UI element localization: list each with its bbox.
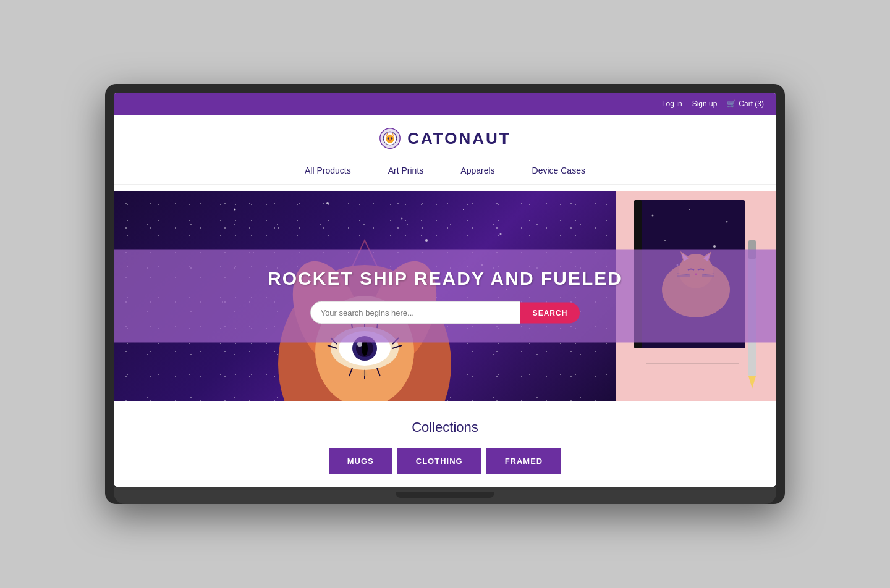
cart-label: Cart (3) — [739, 99, 764, 108]
svg-point-7 — [388, 137, 390, 140]
svg-point-16 — [463, 209, 464, 210]
svg-point-33 — [362, 341, 368, 356]
top-bar: Log in Sign up 🛒 Cart (3) — [114, 93, 776, 115]
svg-point-17 — [500, 233, 502, 235]
main-nav: All Products Art Prints Apparels Device … — [114, 159, 776, 185]
hero-banner: ROCKET SHIP READY AND FUELED SEARCH — [114, 191, 776, 401]
collection-clothing[interactable]: CLOTHING — [397, 448, 481, 474]
svg-point-14 — [326, 202, 329, 204]
logo-icon — [379, 127, 401, 149]
search-button[interactable]: SEARCH — [520, 302, 580, 323]
nav-art-prints[interactable]: Art Prints — [388, 166, 424, 175]
hero-title: ROCKET SHIP READY AND FUELED — [126, 268, 764, 289]
svg-point-52 — [713, 245, 716, 248]
nav-apparels[interactable]: Apparels — [460, 166, 494, 175]
collection-framed[interactable]: FRAMED — [486, 448, 562, 474]
nav-all-products[interactable]: All Products — [305, 166, 351, 175]
nav-device-cases[interactable]: Device Cases — [532, 166, 585, 175]
svg-point-13 — [278, 227, 279, 229]
collections-title: Collections — [114, 419, 776, 435]
collections-section: Collections MUGS CLOTHING FRAMED — [114, 401, 776, 487]
logo-text: CATONAUT — [407, 129, 511, 148]
laptop-frame: Log in Sign up 🛒 Cart (3) — [105, 84, 785, 504]
svg-point-51 — [664, 240, 666, 241]
svg-point-8 — [391, 137, 393, 140]
laptop-notch — [396, 492, 494, 498]
svg-point-12 — [234, 209, 236, 211]
svg-point-48 — [652, 215, 654, 217]
svg-point-15 — [401, 218, 403, 220]
cart-icon: 🛒 — [727, 99, 736, 108]
site-header: CATONAUT All Products Art Prints Apparel… — [114, 115, 776, 191]
collection-mugs[interactable]: MUGS — [329, 448, 392, 474]
search-bar: SEARCH — [126, 301, 764, 324]
laptop-screen: Log in Sign up 🛒 Cart (3) — [114, 93, 776, 487]
svg-point-49 — [689, 209, 690, 210]
search-input[interactable] — [310, 301, 520, 324]
login-link[interactable]: Log in — [662, 99, 682, 108]
cart-button[interactable]: 🛒 Cart (3) — [727, 99, 764, 108]
signup-link[interactable]: Sign up — [692, 99, 718, 108]
svg-point-10 — [392, 138, 392, 138]
logo-area: CATONAUT — [114, 127, 776, 149]
collections-grid: MUGS CLOTHING FRAMED — [114, 448, 776, 474]
svg-point-9 — [389, 138, 389, 138]
hero-overlay: ROCKET SHIP READY AND FUELED SEARCH — [114, 250, 776, 343]
laptop-base — [114, 487, 776, 504]
svg-point-19 — [425, 239, 428, 242]
svg-point-50 — [726, 221, 728, 223]
